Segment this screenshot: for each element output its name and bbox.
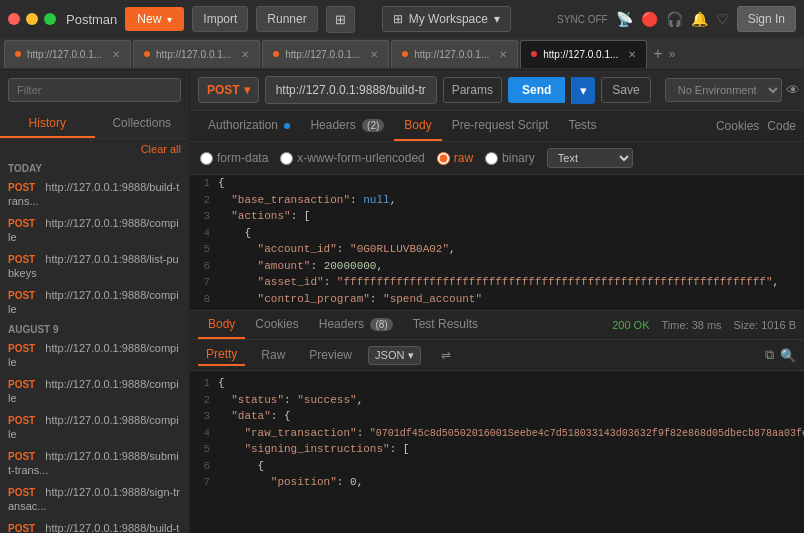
response-size: Size: 1016 B	[734, 319, 796, 331]
sidebar-search-container	[0, 70, 189, 110]
main-layout: History Collections Clear all Today POST…	[0, 70, 804, 533]
list-item[interactable]: POST http://127.0.0.1:9888/submit-trans.…	[0, 445, 189, 481]
list-item[interactable]: POST http://127.0.0.1:9888/compile	[0, 373, 189, 409]
list-item[interactable]: POST http://127.0.0.1:9888/build-trans..…	[0, 517, 189, 533]
sidebar-section-aug9: August 9	[0, 320, 189, 337]
urlencoded-radio[interactable]	[280, 152, 293, 165]
send-button[interactable]: Send	[508, 77, 565, 103]
req-tab-right: Cookies Code	[716, 119, 796, 133]
tab-label: http://127.0.0.1...	[27, 49, 102, 60]
clear-all-button[interactable]: Clear all	[141, 143, 181, 155]
tab-dot	[15, 51, 21, 57]
tab-headers[interactable]: Headers (2)	[300, 111, 394, 141]
code-line: 3 "actions": [	[190, 208, 804, 225]
binary-radio[interactable]	[485, 152, 498, 165]
sidebar-section-today: Today	[0, 159, 189, 176]
request-body-editor[interactable]: 1{ 2 "base_transaction": null, 3 "action…	[190, 175, 804, 310]
save-button[interactable]: Save	[601, 77, 650, 103]
headphones-icon[interactable]: 🎧	[666, 11, 683, 27]
pretty-btn[interactable]: Pretty	[198, 344, 245, 366]
more-tabs-button[interactable]: »	[669, 47, 676, 61]
list-item[interactable]: POST http://127.0.0.1:9888/compile	[0, 212, 189, 248]
method-select[interactable]: POST ▾	[198, 77, 259, 103]
tab-3[interactable]: http://127.0.0.1... ✕	[262, 40, 389, 68]
json-format-select[interactable]: JSON ▾	[368, 346, 421, 365]
tab-close-icon[interactable]: ✕	[499, 49, 507, 60]
body-options: form-data x-www-form-urlencoded raw bina…	[190, 142, 804, 175]
tab-close-icon[interactable]: ✕	[628, 49, 636, 60]
sidebar-tab-history[interactable]: History	[0, 110, 95, 138]
search-response-icon[interactable]: 🔍	[780, 347, 796, 363]
resp-tab-test-results[interactable]: Test Results	[403, 311, 488, 339]
send-dropdown-button[interactable]: ▾	[571, 77, 595, 104]
copy-icon[interactable]: ⧉	[765, 347, 774, 363]
tab-close-icon[interactable]: ✕	[112, 49, 120, 60]
tab-close-icon[interactable]: ✕	[370, 49, 378, 60]
method-label: POST	[8, 254, 38, 265]
sidebar-tab-collections[interactable]: Collections	[95, 110, 190, 138]
app-icon: Postman	[8, 12, 117, 27]
tab-tests[interactable]: Tests	[558, 111, 606, 141]
layout-icon[interactable]: ⊞	[326, 6, 355, 33]
tab-1[interactable]: http://127.0.0.1... ✕	[4, 40, 131, 68]
list-item[interactable]: POST http://127.0.0.1:9888/sign-transac.…	[0, 481, 189, 517]
resp-tab-cookies[interactable]: Cookies	[245, 311, 308, 339]
method-label: POST	[8, 290, 38, 301]
raw-option[interactable]: raw	[437, 151, 473, 165]
new-arrow-icon: ▾	[167, 14, 172, 25]
maximize-dot[interactable]	[44, 13, 56, 25]
tab-2[interactable]: http://127.0.0.1... ✕	[133, 40, 260, 68]
tab-authorization[interactable]: Authorization	[198, 111, 300, 141]
preview-btn[interactable]: Preview	[301, 345, 360, 365]
environment-selector[interactable]: No Environment 👁 ⚙	[665, 78, 804, 102]
text-format-select[interactable]: Text JSON JavaScript XML HTML	[547, 148, 633, 168]
code-link[interactable]: Code	[767, 119, 796, 133]
method-label: POST	[8, 451, 38, 462]
heart-icon[interactable]: ♡	[716, 11, 729, 27]
minimize-dot[interactable]	[26, 13, 38, 25]
resp-tab-headers[interactable]: Headers (8)	[309, 311, 403, 339]
list-item[interactable]: POST http://127.0.0.1:9888/compile	[0, 337, 189, 373]
auth-dot	[284, 123, 290, 129]
url-input[interactable]	[265, 76, 437, 104]
form-data-radio[interactable]	[200, 152, 213, 165]
list-item[interactable]: POST http://127.0.0.1:9888/list-pubkeys	[0, 248, 189, 284]
environment-eye-icon[interactable]: 👁	[786, 82, 800, 98]
sign-in-button[interactable]: Sign In	[737, 6, 796, 32]
binary-option[interactable]: binary	[485, 151, 535, 165]
runner-button[interactable]: Runner	[256, 6, 317, 32]
search-input[interactable]	[8, 78, 181, 102]
record-icon[interactable]: 🔴	[641, 11, 658, 27]
list-item[interactable]: POST http://127.0.0.1:9888/compile	[0, 284, 189, 320]
params-button[interactable]: Params	[443, 77, 502, 103]
add-tab-button[interactable]: +	[649, 45, 666, 63]
list-item[interactable]: POST http://127.0.0.1:9888/build-trans..…	[0, 176, 189, 212]
form-data-option[interactable]: form-data	[200, 151, 268, 165]
raw-btn[interactable]: Raw	[253, 345, 293, 365]
cookies-link[interactable]: Cookies	[716, 119, 759, 133]
tab-body[interactable]: Body	[394, 111, 441, 141]
new-button[interactable]: New ▾	[125, 7, 184, 31]
import-button[interactable]: Import	[192, 6, 248, 32]
workspace-selector[interactable]: ⊞ My Workspace ▾	[382, 6, 511, 32]
list-item[interactable]: POST http://127.0.0.1:9888/compile	[0, 409, 189, 445]
environment-select[interactable]: No Environment	[665, 78, 782, 102]
resp-line: 3 "data": {	[190, 408, 804, 425]
tab-5[interactable]: http://127.0.0.1... ✕	[520, 40, 647, 68]
status-code: 200 OK	[612, 319, 649, 331]
bell-icon[interactable]: 🔔	[691, 11, 708, 27]
close-dot[interactable]	[8, 13, 20, 25]
tab-4[interactable]: http://127.0.0.1... ✕	[391, 40, 518, 68]
resp-line: 1{	[190, 375, 804, 392]
tab-close-icon[interactable]: ✕	[241, 49, 249, 60]
raw-radio[interactable]	[437, 152, 450, 165]
resp-line: 7 "position": 0,	[190, 474, 804, 491]
resp-line: 4 "raw_transaction": "0701df45c8d5050201…	[190, 425, 804, 442]
filter-icon[interactable]: ⇌	[433, 345, 459, 365]
method-chevron-icon: ▾	[244, 83, 250, 97]
tab-pre-request[interactable]: Pre-request Script	[442, 111, 559, 141]
satellite-icon[interactable]: 📡	[616, 11, 633, 27]
resp-headers-badge: (8)	[370, 318, 392, 331]
resp-tab-body[interactable]: Body	[198, 311, 245, 339]
urlencoded-option[interactable]: x-www-form-urlencoded	[280, 151, 424, 165]
